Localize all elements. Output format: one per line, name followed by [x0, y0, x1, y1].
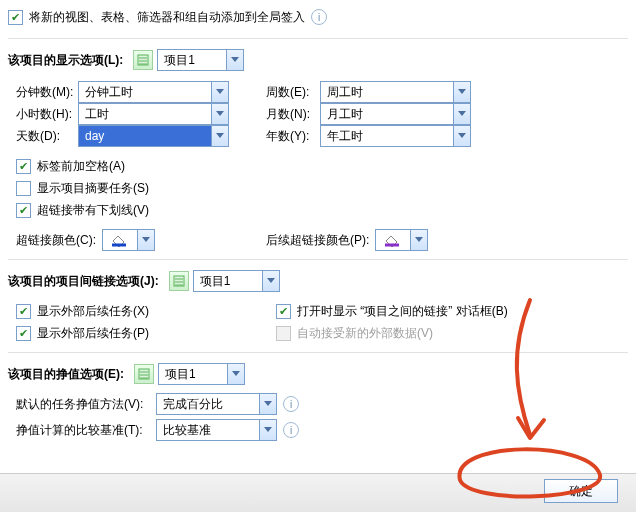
ev-project-value: 项目1	[159, 366, 227, 383]
show-links-dialog-label: 打开时显示 “项目之间的链接” 对话框(B)	[297, 303, 508, 320]
show-ext-predecessors-label: 显示外部后续任务(P)	[37, 325, 149, 342]
info-icon[interactable]: i	[311, 9, 327, 25]
weeks-label: 周数(E):	[266, 84, 320, 101]
chevron-down-icon	[211, 104, 228, 124]
chevron-down-icon	[211, 126, 228, 146]
weeks-value: 周工时	[321, 84, 453, 101]
auto-accept-new-checkbox	[276, 326, 291, 341]
ok-button-label: 确定	[569, 483, 593, 500]
days-value: day	[79, 129, 211, 143]
hours-value: 工时	[79, 106, 211, 123]
chevron-down-icon	[410, 230, 427, 250]
show-summary-tasks-label: 显示项目摘要任务(S)	[37, 180, 149, 197]
years-label: 年数(Y):	[266, 128, 320, 145]
months-select[interactable]: 月工时	[320, 103, 471, 125]
project-icon	[134, 364, 154, 384]
hours-label: 小时数(H):	[16, 106, 78, 123]
chevron-down-icon	[453, 82, 470, 102]
footer-bar	[0, 473, 636, 512]
info-icon[interactable]: i	[283, 396, 299, 412]
chevron-down-icon	[453, 104, 470, 124]
days-label: 天数(D):	[16, 128, 78, 145]
paint-bucket-icon	[107, 232, 133, 248]
auto-add-label: 将新的视图、表格、筛选器和组自动添加到全局签入	[29, 9, 305, 26]
baseline-label: 挣值计算的比较基准(T):	[16, 422, 156, 439]
underline-hyperlinks-checkbox[interactable]	[16, 203, 31, 218]
months-value: 月工时	[321, 106, 453, 123]
chevron-down-icon	[262, 271, 279, 291]
hours-select[interactable]: 工时	[78, 103, 229, 125]
info-icon[interactable]: i	[283, 422, 299, 438]
default-method-value: 完成百分比	[157, 396, 259, 413]
weeks-select[interactable]: 周工时	[320, 81, 471, 103]
default-method-select[interactable]: 完成百分比	[156, 393, 277, 415]
space-before-label-label: 标签前加空格(A)	[37, 158, 125, 175]
chevron-down-icon	[259, 420, 276, 440]
followed-hyperlink-color-select[interactable]	[375, 229, 428, 251]
show-ext-successors-label: 显示外部后续任务(X)	[37, 303, 149, 320]
earned-value-section-label: 该项目的挣值选项(E):	[8, 366, 124, 383]
display-options-section-label: 该项目的显示选项(L):	[8, 52, 123, 69]
hyperlink-color-label: 超链接颜色(C):	[16, 232, 96, 249]
years-value: 年工时	[321, 128, 453, 145]
project-icon	[169, 271, 189, 291]
auto-accept-new-label: 自动接受新的外部数据(V)	[297, 325, 433, 342]
project-icon	[133, 50, 153, 70]
space-before-label-checkbox[interactable]	[16, 159, 31, 174]
crossproject-project-select[interactable]: 项目1	[193, 270, 280, 292]
crossproject-project-value: 项目1	[194, 273, 262, 290]
display-project-value: 项目1	[158, 52, 226, 69]
auto-add-checkbox[interactable]	[8, 10, 23, 25]
show-links-dialog-checkbox[interactable]	[276, 304, 291, 319]
crossproject-section-label: 该项目的项目间链接选项(J):	[8, 273, 159, 290]
show-ext-predecessors-checkbox[interactable]	[16, 326, 31, 341]
chevron-down-icon	[137, 230, 154, 250]
hyperlink-color-select[interactable]	[102, 229, 155, 251]
show-ext-successors-checkbox[interactable]	[16, 304, 31, 319]
chevron-down-icon	[226, 50, 243, 70]
ok-button[interactable]: 确定	[544, 479, 618, 503]
show-summary-tasks-checkbox[interactable]	[16, 181, 31, 196]
underline-hyperlinks-label: 超链接带有下划线(V)	[37, 202, 149, 219]
followed-hyperlink-color-label: 后续超链接颜色(P):	[266, 232, 369, 249]
days-select[interactable]: day	[78, 125, 229, 147]
chevron-down-icon	[259, 394, 276, 414]
months-label: 月数(N):	[266, 106, 320, 123]
ev-project-select[interactable]: 项目1	[158, 363, 245, 385]
chevron-down-icon	[211, 82, 228, 102]
display-project-select[interactable]: 项目1	[157, 49, 244, 71]
chevron-down-icon	[227, 364, 244, 384]
baseline-value: 比较基准	[157, 422, 259, 439]
years-select[interactable]: 年工时	[320, 125, 471, 147]
baseline-select[interactable]: 比较基准	[156, 419, 277, 441]
default-method-label: 默认的任务挣值方法(V):	[16, 396, 156, 413]
paint-bucket-icon	[380, 232, 406, 248]
chevron-down-icon	[453, 126, 470, 146]
minutes-select[interactable]: 分钟工时	[78, 81, 229, 103]
minutes-label: 分钟数(M):	[16, 84, 78, 101]
minutes-value: 分钟工时	[79, 84, 211, 101]
